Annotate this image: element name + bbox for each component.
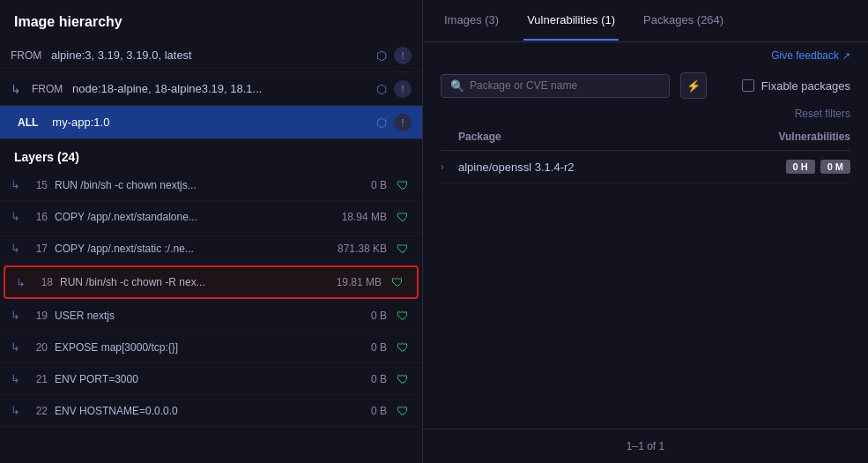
shield-icon: !	[394, 80, 412, 98]
image-name: my-app:1.0	[52, 116, 369, 129]
layer-number: 21	[30, 373, 48, 385]
from-label: FROM	[11, 49, 44, 62]
filters-row: 🔍 ⚡ Fixable packages	[423, 65, 868, 106]
external-link-icon[interactable]: ⬡	[376, 82, 387, 96]
th-vulnerabilities: Vulnerabilities	[709, 131, 850, 143]
indent-icon: ↳	[11, 82, 25, 96]
give-feedback-row: Give feedback ↗	[423, 42, 868, 65]
layer-size: 871.38 KB	[325, 243, 387, 255]
layer-number: 18	[35, 276, 53, 288]
give-feedback-link[interactable]: Give feedback ↗	[771, 49, 850, 62]
search-icon: 🔍	[450, 79, 464, 93]
layer-row[interactable]: ↳ 22 ENV HOSTNAME=0.0.0.0 0 B 🛡	[0, 395, 422, 427]
reset-filters-button[interactable]: Reset filters	[795, 108, 850, 120]
indent-icon: ↳	[16, 276, 28, 289]
from-label: FROM	[32, 83, 65, 95]
shield-ok-icon: 🛡	[394, 402, 412, 420]
layer-command: RUN /bin/sh -c chown -R nex...	[60, 276, 313, 288]
shield-ok-icon: 🛡	[394, 208, 412, 226]
layer-number: 22	[30, 405, 48, 417]
layer-command: EXPOSE map[3000/tcp:{}]	[55, 341, 318, 354]
layer-row[interactable]: ↳ 16 COPY /app/.next/standalone... 18.94…	[0, 201, 422, 233]
fixable-checkbox[interactable]	[742, 79, 754, 92]
external-link-icon: ↗	[842, 50, 850, 62]
image-row-node[interactable]: ↳ FROM node:18-alpine, 18-alpine3.19, 18…	[0, 72, 422, 106]
image-name: alpine:3, 3.19, 3.19.0, latest	[51, 49, 369, 62]
shield-ok-icon: 🛡	[389, 273, 406, 291]
layer-size: 0 B	[325, 373, 387, 385]
fixable-label: Fixable packages	[761, 79, 850, 93]
shield-ok-icon: 🛡	[394, 339, 412, 356]
shield-ok-icon: 🛡	[394, 240, 412, 258]
layer-row-selected[interactable]: ↳ 18 RUN /bin/sh -c chown -R nex... 19.8…	[4, 265, 419, 299]
right-panel: Images (3) Vulnerabilities (1) Packages …	[423, 0, 868, 463]
high-badge: 0 H	[786, 160, 815, 174]
image-hierarchy-list: FROM alpine:3, 3.19, 3.19.0, latest ⬡ ! …	[0, 39, 422, 139]
indent-icon: ↳	[11, 210, 23, 223]
layer-row[interactable]: ↳ 15 RUN /bin/sh -c chown nextjs... 0 B …	[0, 169, 422, 201]
layer-row[interactable]: ↳ 19 USER nextjs 0 B 🛡	[0, 300, 422, 332]
package-name: alpine/openssl 3.1.4-r2	[458, 161, 709, 174]
medium-badge: 0 M	[820, 160, 850, 174]
all-label: ALL	[11, 115, 45, 131]
layers-title: Layers (24)	[0, 139, 422, 169]
image-row-alpine[interactable]: FROM alpine:3, 3.19, 3.19.0, latest ⬡ !	[0, 39, 422, 72]
layer-command: USER nextjs	[55, 310, 318, 322]
indent-icon: ↳	[11, 309, 23, 322]
layer-number: 19	[30, 310, 48, 322]
layer-row[interactable]: ↳ 20 EXPOSE map[3000/tcp:{}] 0 B 🛡	[0, 332, 422, 363]
shield-ok-icon: 🛡	[394, 370, 412, 388]
vulnerabilities-table: Package Vulnerabilities › alpine/openssl…	[423, 123, 868, 429]
layer-row[interactable]: ↳ 17 COPY /app/.next/static :/.ne... 871…	[0, 233, 422, 265]
filter-icon: ⚡	[686, 79, 701, 93]
shield-ok-icon: 🛡	[394, 176, 412, 194]
tab-packages[interactable]: Packages (264)	[640, 1, 727, 41]
external-link-icon[interactable]: ⬡	[376, 49, 387, 63]
image-row-myapp[interactable]: ALL my-app:1.0 ⬡ !	[0, 106, 422, 139]
pagination-row: 1–1 of 1	[423, 429, 868, 463]
layer-size: 0 B	[325, 310, 387, 322]
shield-icon: !	[394, 114, 412, 131]
layers-list: ↳ 15 RUN /bin/sh -c chown nextjs... 0 B …	[0, 169, 422, 463]
search-input[interactable]	[470, 79, 660, 92]
indent-icon: ↳	[11, 404, 23, 417]
layer-number: 20	[30, 341, 48, 354]
shield-icon: !	[394, 47, 412, 64]
external-link-icon[interactable]: ⬡	[376, 116, 387, 130]
layer-size: 19.81 MB	[320, 276, 382, 288]
layer-size: 0 B	[325, 341, 387, 354]
layer-command: COPY /app/.next/standalone...	[55, 211, 318, 223]
filter-button[interactable]: ⚡	[680, 72, 707, 99]
indent-icon: ↳	[11, 178, 23, 191]
tab-vulnerabilities[interactable]: Vulnerabilities (1)	[523, 1, 619, 41]
layer-number: 16	[30, 211, 48, 223]
layer-row[interactable]: ↳ 21 ENV PORT=3000 0 B 🛡	[0, 363, 422, 395]
image-name: node:18-alpine, 18-alpine3.19, 18.1...	[72, 82, 369, 95]
th-package: Package	[458, 131, 709, 143]
left-panel: Image hierarchy FROM alpine:3, 3.19, 3.1…	[0, 0, 423, 463]
indent-icon: ↳	[11, 340, 23, 354]
layer-size: 0 B	[325, 179, 387, 191]
layer-command: ENV PORT=3000	[55, 373, 318, 385]
layer-command: ENV HOSTNAME=0.0.0.0	[55, 405, 318, 417]
layer-size: 18.94 MB	[325, 211, 387, 223]
layer-command: RUN /bin/sh -c chown nextjs...	[55, 179, 318, 191]
panel-title: Image hierarchy	[0, 0, 422, 39]
tab-images[interactable]: Images (3)	[441, 1, 502, 41]
pagination-text: 1–1 of 1	[627, 440, 664, 452]
give-feedback-label: Give feedback	[771, 49, 839, 62]
indent-icon: ↳	[11, 372, 23, 385]
shield-ok-icon: 🛡	[394, 307, 412, 325]
layer-number: 17	[30, 243, 48, 255]
expand-icon[interactable]: ›	[441, 161, 458, 173]
layer-number: 15	[30, 179, 48, 191]
table-header: Package Vulnerabilities	[441, 123, 850, 151]
fixable-packages-group: Fixable packages	[742, 79, 850, 93]
table-row[interactable]: › alpine/openssl 3.1.4-r2 0 H 0 M	[441, 151, 850, 183]
vulnerability-badges: 0 H 0 M	[709, 160, 850, 174]
layer-size: 0 B	[325, 405, 387, 417]
indent-icon: ↳	[11, 242, 23, 255]
reset-filters-row: Reset filters	[423, 106, 868, 123]
search-box[interactable]: 🔍	[441, 74, 670, 98]
tabs-bar: Images (3) Vulnerabilities (1) Packages …	[423, 0, 868, 42]
